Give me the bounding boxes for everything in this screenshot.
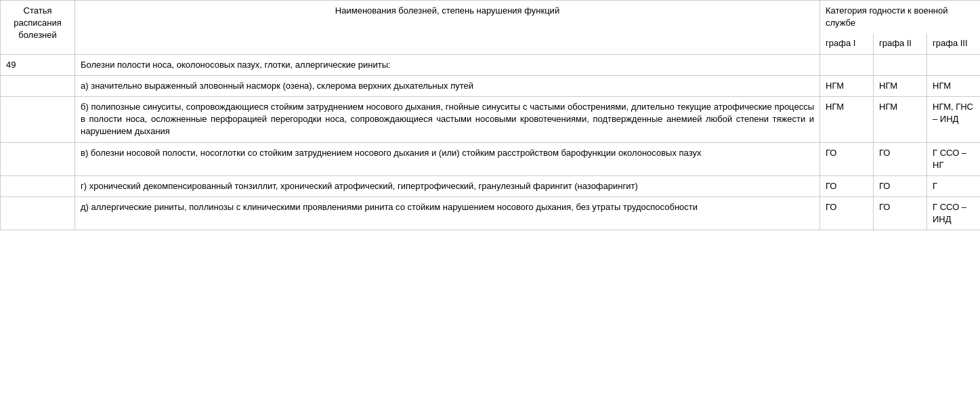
table-row: г) хронический декомпенсированный тонзил… [1,175,981,196]
header-graf1: графа I [820,33,874,54]
cell-graf1 [820,54,874,75]
article-header-text: Статья расписания болезней [14,5,61,40]
cell-graf1: ГО [820,175,874,196]
cell-graf1: ГО [820,197,874,230]
cell-article [1,197,75,230]
cell-graf2: НГМ [874,96,927,142]
graf2-header-text: графа II [879,38,912,48]
graf3-header-text: графа III [933,38,968,48]
table-row: в) болезни носовой полости, носоглотки с… [1,142,981,175]
cell-name: д) аллергические риниты, поллинозы с кли… [75,197,820,230]
cell-graf3: Г [927,175,981,196]
header-name: Наименования болезней, степень нарушения… [75,1,820,55]
cell-graf1: НГМ [820,75,874,96]
table-body: 49Болезни полости носа, околоносовых паз… [1,54,981,230]
cell-article [1,75,75,96]
cell-name: а) значительно выраженный зловонный насм… [75,75,820,96]
cell-graf3: НГМ, ГНС – ИНД [927,96,981,142]
cell-graf1: НГМ [820,96,874,142]
cell-graf3 [927,54,981,75]
cell-name: Болезни полости носа, околоносовых пазух… [75,54,820,75]
cell-graf2: ГО [874,197,927,230]
table-row: д) аллергические риниты, поллинозы с кли… [1,197,981,230]
cell-name: г) хронический декомпенсированный тонзил… [75,175,820,196]
header-category: Категория годности к военной службе [820,1,981,34]
name-header-text: Наименования болезней, степень нарушения… [335,5,559,16]
cell-name: б) полипозные синуситы, сопровождающиеся… [75,96,820,142]
table-row: б) полипозные синуситы, сопровождающиеся… [1,96,981,142]
cell-name: в) болезни носовой полости, носоглотки с… [75,142,820,175]
header-article: Статья расписания болезней [1,1,75,55]
table-row: 49Болезни полости носа, околоносовых паз… [1,54,981,75]
header-row-1: Статья расписания болезней Наименования … [1,1,981,34]
cell-article [1,96,75,142]
cell-graf2: НГМ [874,75,927,96]
cell-graf1: ГО [820,142,874,175]
cell-article [1,142,75,175]
cell-graf3: Г ССО – НГ [927,142,981,175]
category-header-text: Категория годности к военной службе [826,5,947,28]
header-graf3: графа III [927,33,981,54]
cell-graf3: НГМ [927,75,981,96]
main-table-wrapper: Статья расписания болезней Наименования … [0,0,980,230]
cell-graf3: Г ССО – ИНД [927,197,981,230]
cell-article: 49 [1,54,75,75]
cell-graf2: ГО [874,142,927,175]
header-graf2: графа II [874,33,927,54]
cell-graf2 [874,54,927,75]
table-row: а) значительно выраженный зловонный насм… [1,75,981,96]
graf1-header-text: графа I [826,38,855,48]
medical-table: Статья расписания болезней Наименования … [0,0,980,230]
cell-graf2: ГО [874,175,927,196]
cell-article [1,175,75,196]
